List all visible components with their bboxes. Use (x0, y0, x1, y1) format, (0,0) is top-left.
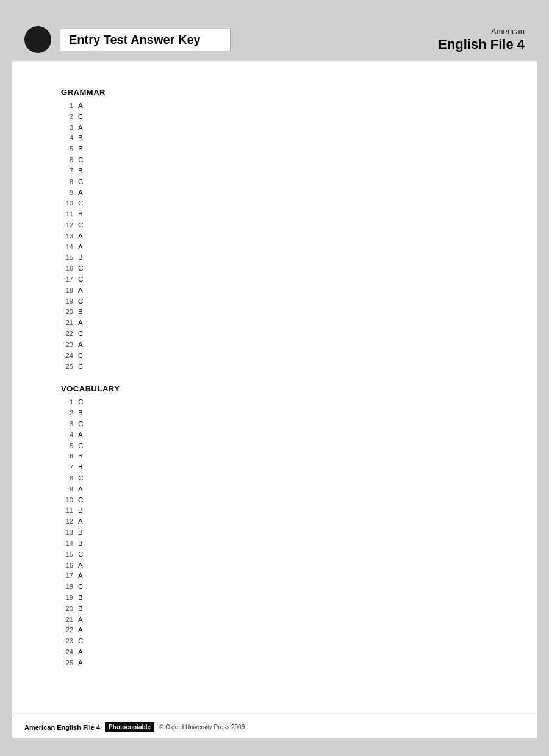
answer-number: 9 (61, 484, 78, 494)
vocabulary-section-title: VOCABULARY (61, 384, 488, 393)
grammar-answer-row: 25C (61, 362, 488, 373)
answer-value: C (78, 397, 83, 408)
answer-number: 8 (61, 473, 78, 483)
answer-number: 24 (61, 647, 78, 657)
vocabulary-answer-row: 22A (61, 625, 488, 636)
answer-number: 13 (61, 231, 78, 241)
answer-value: C (78, 177, 83, 188)
answer-number: 16 (61, 263, 78, 274)
vocabulary-answer-row: 5C (61, 441, 488, 452)
answer-value: A (78, 318, 83, 329)
answer-value: A (78, 560, 83, 571)
grammar-answer-row: 20B (61, 307, 488, 318)
answer-value: B (78, 538, 83, 549)
answer-number: 21 (61, 318, 78, 328)
answer-number: 10 (61, 495, 78, 505)
answer-number: 15 (61, 252, 78, 263)
vocabulary-answer-row: 20B (61, 604, 488, 615)
grammar-answer-row: 11B (61, 209, 488, 220)
answer-value: B (78, 408, 83, 419)
vocabulary-answer-row: 1C (61, 397, 488, 408)
footer: American English File 4 Photocopiable © … (12, 716, 537, 738)
vocabulary-answer-row: 6B (61, 451, 488, 462)
footer-copyright: © Oxford University Press 2009 (159, 724, 245, 730)
answer-value: C (78, 636, 83, 647)
grammar-answer-row: 22C (61, 329, 488, 340)
grammar-answer-row: 10C (61, 198, 488, 209)
answer-value: C (78, 296, 83, 307)
answer-value: B (78, 505, 83, 516)
answer-value: C (78, 582, 83, 593)
grammar-answer-row: 18A (61, 285, 488, 296)
answer-value: C (78, 495, 83, 506)
vocabulary-answer-row: 16A (61, 560, 488, 571)
answer-number: 7 (61, 462, 78, 472)
answer-value: A (78, 101, 83, 112)
vocabulary-answer-row: 23C (61, 636, 488, 647)
answer-value: C (78, 441, 83, 452)
answer-value: A (78, 647, 83, 658)
answer-number: 21 (61, 615, 78, 625)
answer-number: 12 (61, 516, 78, 527)
footer-brand: American English File 4 (24, 724, 100, 731)
answer-number: 14 (61, 538, 78, 549)
answer-number: 9 (61, 188, 78, 198)
answer-number: 4 (61, 430, 78, 440)
answer-value: B (78, 593, 83, 604)
answer-value: C (78, 220, 83, 231)
answer-value: A (78, 658, 83, 669)
vocabulary-answer-row: 13B (61, 527, 488, 538)
answer-number: 23 (61, 636, 78, 646)
brand-sub: American (438, 27, 525, 37)
answer-value: B (78, 604, 83, 615)
answer-number: 20 (61, 307, 78, 317)
answer-value: B (78, 307, 83, 318)
brand-main: English File 4 (438, 37, 525, 52)
vocabulary-answer-row: 11B (61, 505, 488, 516)
answer-number: 6 (61, 155, 78, 165)
answer-number: 8 (61, 177, 78, 187)
vocabulary-answer-row: 9A (61, 484, 488, 495)
answer-number: 5 (61, 441, 78, 451)
answer-value: C (78, 198, 83, 209)
header-title-box: Entry Test Answer Key (60, 29, 231, 51)
answer-value: C (78, 274, 83, 285)
answer-value: A (78, 231, 83, 242)
answer-number: 17 (61, 274, 78, 285)
answer-number: 24 (61, 351, 78, 361)
grammar-answer-row: 8C (61, 177, 488, 188)
grammar-answer-row: 19C (61, 296, 488, 307)
answer-value: B (78, 133, 83, 144)
answer-number: 1 (61, 101, 78, 111)
grammar-answer-row: 5B (61, 144, 488, 155)
answer-number: 1 (61, 397, 78, 407)
vocabulary-answer-row: 7B (61, 462, 488, 473)
grammar-answer-row: 13A (61, 231, 488, 242)
grammar-section: GRAMMAR 1A2C3A4B5B6C7B8C9A10C11B12C13A14… (61, 88, 488, 372)
answer-value: A (78, 123, 83, 134)
answer-number: 23 (61, 340, 78, 350)
grammar-answer-row: 16C (61, 263, 488, 274)
answer-value: A (78, 571, 83, 582)
answer-value: C (78, 549, 83, 560)
answer-value: A (78, 516, 83, 527)
vocabulary-answer-row: 14B (61, 538, 488, 549)
answer-value: C (78, 473, 83, 484)
answer-value: C (78, 112, 83, 123)
grammar-answer-list: 1A2C3A4B5B6C7B8C9A10C11B12C13A14A15B16C1… (61, 101, 488, 372)
vocabulary-answer-row: 10C (61, 495, 488, 506)
answer-number: 3 (61, 123, 78, 133)
answer-value: A (78, 484, 83, 495)
header: Entry Test Answer Key American English F… (12, 18, 537, 61)
answer-number: 7 (61, 166, 78, 176)
vocabulary-answer-row: 18C (61, 582, 488, 593)
vocabulary-answer-row: 19B (61, 593, 488, 604)
answer-number: 5 (61, 144, 78, 154)
footer-badge: Photocopiable (105, 722, 154, 732)
answer-number: 2 (61, 408, 78, 418)
grammar-answer-row: 12C (61, 220, 488, 231)
grammar-answer-row: 4B (61, 133, 488, 144)
answer-value: A (78, 188, 83, 199)
answer-value: C (78, 419, 83, 430)
answer-number: 18 (61, 582, 78, 592)
